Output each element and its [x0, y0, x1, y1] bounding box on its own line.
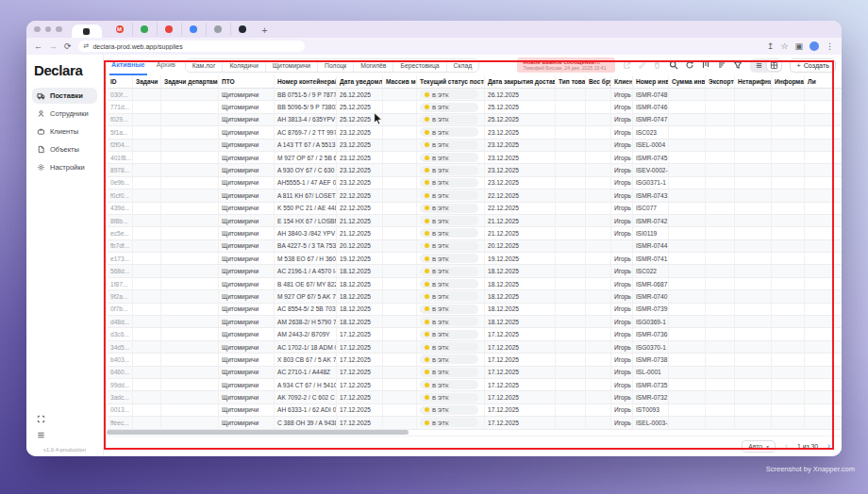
column-header-container[interactable]: Номер контейнера/ТС	[275, 75, 337, 88]
sidebar-item-settings[interactable]: Настройки	[32, 159, 97, 175]
pinned-tab-blue-service[interactable]	[181, 23, 206, 36]
location-tab[interactable]: Склад	[446, 59, 479, 72]
table-row[interactable]: fb7df...ЩитомиричиBA 4227-5 / 3 TA 75342…	[108, 240, 842, 253]
sidebar-item-clients[interactable]: Клиенты	[32, 124, 97, 140]
pinned-tab-github[interactable]	[230, 23, 255, 36]
filter-icon[interactable]	[733, 60, 743, 70]
table-row[interactable]: 0f7b...ЩитомиричиAC 8554-5/ 2 5B 703718.…	[108, 304, 842, 316]
table-row[interactable]: 3adc...ЩитомиричиAK 7092-2 / C 602 C17.1…	[108, 391, 842, 403]
forward-icon[interactable]: →	[49, 42, 58, 51]
location-tab[interactable]: Колядичи	[222, 59, 264, 72]
search-icon[interactable]	[669, 60, 678, 70]
table-row[interactable]: d3c6...ЩитомиричиAM 2443-2/ B709Y17.12.2…	[108, 328, 842, 340]
table-row[interactable]: 401f8...ЩитомиричиM 927 OP 67 / 2 5B 699…	[108, 152, 842, 164]
table-row[interactable]: 030f...ЩитомиричиBB 0751-5 / 9 P 7877026…	[108, 89, 842, 101]
table-row[interactable]: 1f87...ЩитомиричиB 481 OE 67/ MY 822 YC1…	[108, 278, 842, 290]
column-header-labels[interactable]: Массив меток	[383, 75, 417, 88]
back-icon[interactable]: ←	[34, 42, 42, 51]
column-header-invoice[interactable]: Номер инвойса	[633, 75, 669, 88]
sidebar-item-objects[interactable]: Объекты	[32, 141, 97, 157]
share-icon[interactable]: ↥	[767, 42, 775, 51]
column-header-close_date[interactable]: Дата закрытия доставки	[485, 75, 556, 88]
column-header-notify_date[interactable]: Дата уведомления	[337, 75, 383, 88]
scrollbar-thumb[interactable]	[107, 430, 409, 435]
column-header-goods_type[interactable]: Тип товара	[556, 75, 586, 88]
table-row[interactable]: d48d...ЩитомиричиAM 2638-2/ H 5790 718.1…	[108, 316, 842, 328]
pinned-tab-red-service[interactable]	[157, 23, 181, 36]
column-header-client[interactable]: Клиент	[611, 75, 633, 88]
edit-icon[interactable]	[638, 61, 646, 70]
table-row[interactable]: 99dd...ЩитомиричиA 934 CT 67 / H 5410717…	[108, 379, 842, 391]
table-row[interactable]: 771d...ЩитомиричиBB 5096-5/ 9 P 7380325.…	[108, 101, 842, 113]
grid-view-icon[interactable]	[767, 59, 781, 71]
browser-menu-icon[interactable]: ⋮	[826, 42, 834, 51]
location-tab[interactable]: Берестовица	[392, 59, 445, 72]
new-tab-button[interactable]: +	[262, 25, 268, 38]
table-row[interactable]: 8978...ЩитомиричиA 930 OY 67 / C 630 C23…	[108, 164, 842, 176]
table-row[interactable]: 8f8b...ЩитомиричиE 154 HX 67 / LOSBM 730…	[108, 215, 842, 227]
close-window-button[interactable]	[34, 26, 41, 33]
bookmark-star-icon[interactable]: ☆	[780, 42, 788, 51]
column-header-license[interactable]: Ли	[805, 75, 842, 88]
column-header-gross_weight[interactable]: Вес брутто	[586, 75, 611, 88]
address-bar[interactable]: ⇄ declara-prod.web.app/supplies	[78, 41, 305, 52]
columns-icon[interactable]	[701, 60, 710, 70]
extensions-icon[interactable]: ▣	[794, 42, 803, 51]
list-view-icon[interactable]	[752, 59, 766, 71]
table-row[interactable]: ffeec...ЩитомиричиC 388 OH 39 / A 9438 B…	[108, 417, 842, 429]
important-notice[interactable]: Новое важное сообщение!!! Тимофей Биссан…	[517, 58, 615, 73]
sidebar-item-supplies[interactable]: Поставки	[32, 88, 97, 104]
column-header-invoice_sum[interactable]: Сумма инвойса	[669, 75, 706, 88]
column-header-dept_tasks[interactable]: Задачи департаментов	[161, 75, 219, 88]
column-header-status[interactable]: Текущий статус поставки	[417, 75, 485, 88]
maximize-window-button[interactable]	[56, 26, 62, 33]
open-in-new-icon[interactable]	[623, 61, 631, 70]
table-row[interactable]: f0cf0...ЩитомиричиA 811 KH 67/ LOSET3262…	[108, 189, 842, 202]
table-row[interactable]: f2f04...ЩитомиричиA 143 TT 67 / A 5513 I…	[108, 140, 842, 152]
refresh-icon[interactable]	[685, 60, 694, 70]
cell-tasks	[133, 404, 161, 416]
sort-icon[interactable]	[717, 60, 726, 70]
table-row[interactable]: 0e9b...ЩитомиричиAH5555-1 / 47 AEF 0323.…	[108, 177, 842, 189]
menu-list-icon[interactable]	[37, 431, 45, 439]
column-header-info[interactable]: Информация	[772, 75, 805, 88]
table-row[interactable]: 34d5...ЩитомиричиAC 1702-1/ 18 ADM 0717.…	[108, 341, 842, 354]
create-button[interactable]: +Создать	[790, 58, 836, 73]
column-header-non_tariff[interactable]: Нетарифные меры	[735, 75, 772, 88]
location-tab[interactable]: Полоцк	[317, 59, 353, 72]
prev-page-icon[interactable]: ‹	[785, 441, 788, 451]
pinned-tab-gmail[interactable]: M	[108, 23, 132, 36]
active-browser-tab[interactable]	[72, 25, 102, 38]
table-row[interactable]: f029...ЩитомиричиAH 3813-4 / 635YPV25.12…	[108, 114, 842, 126]
table-row[interactable]: 568d...ЩитомиричиAC 2196-1 / A 4570 I-11…	[108, 265, 842, 277]
column-header-pto[interactable]: ПТО	[219, 75, 275, 88]
window-controls[interactable]	[34, 21, 62, 38]
table-row[interactable]: 9f2a...ЩитомиричиM 927 OP 67/ 5 AK 75341…	[108, 290, 842, 303]
table-row[interactable]: 5f1a...ЩитомиричиAC 8769-7 / 2 TT 997823…	[108, 126, 842, 139]
sidebar-item-employees[interactable]: Сотрудники	[32, 106, 97, 122]
table-row[interactable]: 439d...ЩитомиричиK 550 PC 21 / AE 4480 2…	[108, 203, 842, 215]
delete-icon[interactable]	[653, 61, 661, 70]
tab-archive[interactable]: Архив	[155, 55, 177, 75]
pinned-tab-gray-service[interactable]	[206, 23, 230, 36]
table-row[interactable]: e173...ЩитомиричиM 538 EO 67 / H 3600719…	[108, 253, 842, 265]
tab-active-supplies[interactable]: Активные	[109, 55, 147, 75]
site-settings-icon[interactable]: ⇄	[84, 42, 90, 50]
location-tab[interactable]: Могилёв	[353, 59, 392, 72]
column-header-tasks[interactable]: Задачи	[133, 75, 161, 88]
pinned-tab-sheets[interactable]	[132, 23, 157, 36]
minimize-window-button[interactable]	[45, 26, 52, 33]
column-header-id[interactable]: ID	[108, 75, 133, 88]
table-row[interactable]: 6460...ЩитомиричиAC 2710-1 / A448Z17.12.…	[108, 367, 842, 379]
location-tab[interactable]: Щитомиричи	[265, 59, 317, 72]
reload-icon[interactable]: ⟳	[64, 42, 72, 51]
fullscreen-icon[interactable]	[37, 415, 45, 423]
table-row[interactable]: ec5e...ЩитомиричиAH 3840-3 /842 YPV21.12…	[108, 227, 842, 239]
column-header-exporter[interactable]: Экспортер	[706, 75, 735, 88]
location-tab[interactable]: Кам.лог	[186, 59, 223, 72]
next-page-icon[interactable]: ›	[827, 441, 830, 451]
profile-avatar[interactable]	[810, 41, 819, 51]
table-row[interactable]: b403...ЩитомиричиX 803 CB 67 / 5 AK 7764…	[108, 354, 842, 366]
page-size-select[interactable]: Авто ▾	[742, 440, 776, 453]
table-row[interactable]: 0013...ЩитомиричиAH 6333-1 / 62 ADI 0717…	[108, 404, 842, 417]
